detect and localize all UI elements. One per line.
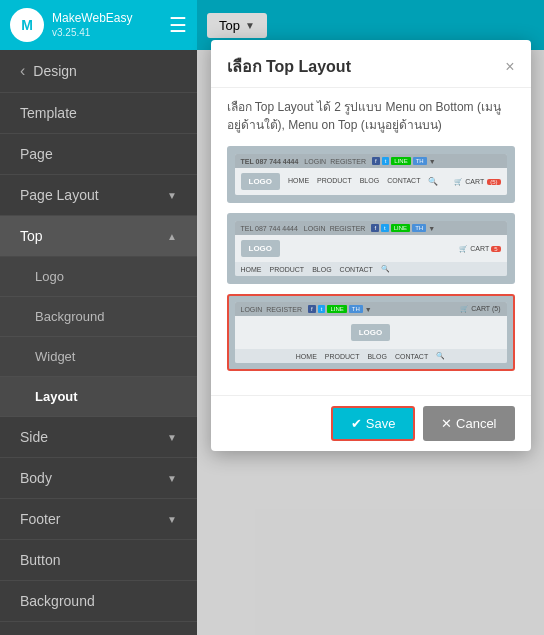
button-label: Button [20,552,60,568]
facebook-icon: f [372,157,380,165]
chevron-up-icon: ▲ [167,231,177,242]
layout3-menu: HOME PRODUCT BLOG CONTACT 🔍 [235,349,507,363]
sidebar: M MakeWebEasy v3.25.41 ☰ ‹ Design Templa… [0,0,197,635]
save-label: ✔ Save [351,416,395,431]
main-content: Top ▼ เลือก Top Layout × เลือก Top Layou… [197,0,544,635]
layout2-cart: 🛒 CART 5 [459,245,500,253]
layout-option-3[interactable]: LOGIN REGISTER f t LINE TH ▼ [227,294,515,371]
save-button[interactable]: ✔ Save [331,406,415,441]
page-label: Page [20,146,53,162]
layout3-logo: LOGO [351,324,391,341]
brand-name: MakeWebEasy [52,11,132,27]
modal-body: เลือก Top Layout ได้ 2 รูปแบบ Menu on Bo… [211,88,531,395]
twitter-icon-2: t [381,224,389,232]
lang-badge-2: TH [412,224,426,232]
sidebar-item-body[interactable]: Body ▼ [0,458,197,499]
layout1-menu: HOME PRODUCT BLOG CONTACT 🔍 [288,177,438,186]
side-label: Side [20,429,48,445]
layout1-phone: TEL 087 744 4444 [241,158,299,165]
layout3-cart: 🛒 CART (5) [460,305,500,313]
layout1-cart: 🛒 CART (5) [454,178,500,186]
widget-label: Widget [35,349,75,364]
background-label: Background [35,309,104,324]
layout3-topbar: LOGIN REGISTER f t LINE TH ▼ [235,302,507,316]
sidebar-item-background[interactable]: Background [0,297,197,337]
search-icon: 🔍 [428,177,438,186]
logo-label: Logo [35,269,64,284]
modal-title: เลือก Top Layout [227,54,351,79]
cancel-label: ✕ Cancel [441,416,496,431]
layout2-main: LOGO 🛒 CART 5 [235,235,507,262]
body-label: Body [20,470,52,486]
modal-description: เลือก Top Layout ได้ 2 รูปแบบ Menu on Bo… [227,98,515,134]
modal-footer: ✔ Save ✕ Cancel [211,395,531,451]
sidebar-header: M MakeWebEasy v3.25.41 ☰ [0,0,197,50]
chevron-down-icon-body: ▼ [167,473,177,484]
modal-overlay: เลือก Top Layout × เลือก Top Layout ได้ … [197,0,544,635]
chevron-down-icon-side: ▼ [167,432,177,443]
chevron-down-icon-footer: ▼ [167,514,177,525]
layout3-main: LOGO [235,316,507,349]
line-icon-3: LINE [327,305,346,313]
sidebar-item-button[interactable]: Button [0,540,197,581]
layout-label: Layout [35,389,78,404]
layout2-topbar: TEL 087 744 4444 LOGIN REGISTER f t LINE… [235,221,507,235]
template-label: Template [20,105,77,121]
layout-modal: เลือก Top Layout × เลือก Top Layout ได้ … [211,40,531,451]
twitter-icon: t [382,157,390,165]
layout1-links: LOGIN REGISTER [304,158,366,165]
hamburger-button[interactable]: ☰ [169,13,187,37]
twitter-icon-3: t [318,305,326,313]
line-icon: LINE [391,157,410,165]
facebook-icon-3: f [308,305,316,313]
chevron-down-icon: ▼ [167,190,177,201]
layout1-social: f t LINE TH ▼ [372,157,436,165]
sidebar-item-layout[interactable]: Layout [0,377,197,417]
layout1-main: LOGO HOME PRODUCT BLOG CONTACT 🔍 🛒 CART … [235,168,507,195]
layout2-links: LOGIN REGISTER [304,225,366,232]
line-icon-2: LINE [391,224,410,232]
sidebar-item-top[interactable]: Top ▲ [0,216,197,257]
layout-option-2[interactable]: TEL 087 744 4444 LOGIN REGISTER f t LINE… [227,213,515,284]
sidebar-item-side[interactable]: Side ▼ [0,417,197,458]
layout1-logo: LOGO [241,173,281,190]
top-label: Top [20,228,43,244]
sidebar-item-footer[interactable]: Footer ▼ [0,499,197,540]
layout2-preview: TEL 087 744 4444 LOGIN REGISTER f t LINE… [235,221,507,276]
layout2-phone: TEL 087 744 4444 [241,225,298,232]
layout2-social: f t LINE TH ▼ [371,224,435,232]
layout-option-1[interactable]: TEL 087 744 4444 LOGIN REGISTER f t LINE… [227,146,515,203]
back-to-design[interactable]: ‹ Design [0,50,197,93]
layout3-social: f t LINE TH ▼ [308,305,372,313]
brand-logo: M [10,8,44,42]
sidebar-nav: ‹ Design Template Page Page Layout ▼ Top… [0,50,197,635]
brand-info: MakeWebEasy v3.25.41 [52,11,132,40]
top-sub-nav: Logo Background Widget Layout [0,257,197,417]
layout3-links: LOGIN REGISTER [241,306,303,313]
back-arrow-icon: ‹ [20,62,25,80]
sidebar-item-page[interactable]: Page [0,134,197,175]
modal-header: เลือก Top Layout × [211,40,531,88]
cancel-button[interactable]: ✕ Cancel [423,406,514,441]
lang-badge-3: TH [349,305,363,313]
layout3-preview: LOGIN REGISTER f t LINE TH ▼ [235,302,507,363]
sidebar-item-page-layout[interactable]: Page Layout ▼ [0,175,197,216]
footer-label: Footer [20,511,60,527]
modal-close-button[interactable]: × [505,58,514,76]
sidebar-item-widget[interactable]: Widget [0,337,197,377]
lang-badge: TH [413,157,427,165]
layout1-preview: TEL 087 744 4444 LOGIN REGISTER f t LINE… [235,154,507,195]
layout1-topbar: TEL 087 744 4444 LOGIN REGISTER f t LINE… [235,154,507,168]
sidebar-item-template[interactable]: Template [0,93,197,134]
bg-label: Background [20,593,95,609]
facebook-icon-2: f [371,224,379,232]
page-layout-label: Page Layout [20,187,99,203]
layout2-menu: HOME PRODUCT BLOG CONTACT 🔍 [235,262,507,276]
sidebar-item-logo[interactable]: Logo [0,257,197,297]
layout2-logo: LOGO [241,240,281,257]
design-label: Design [33,63,77,79]
brand-version: v3.25.41 [52,26,132,39]
sidebar-item-bg[interactable]: Background [0,581,197,622]
close-icon: × [505,58,514,75]
